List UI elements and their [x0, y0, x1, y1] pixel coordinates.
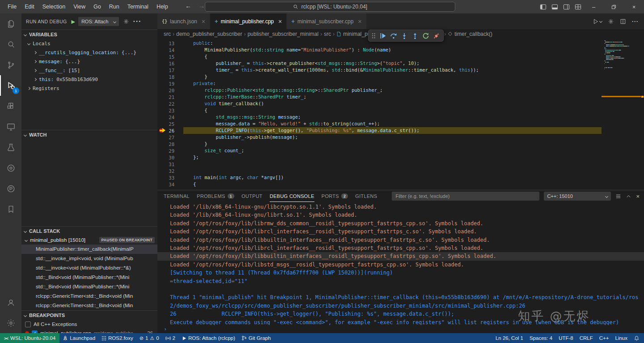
statusbar-remote-os[interactable]: Linux	[612, 333, 631, 343]
statusbar-encoding[interactable]: UTF-8	[555, 333, 576, 343]
explorer-icon[interactable]	[0, 13, 21, 34]
accounts-icon[interactable]	[0, 292, 21, 313]
variable-row[interactable]: __rcutils_logging_location:{...}	[21, 48, 157, 57]
line-number[interactable]: 14	[157, 47, 183, 53]
stack-frame[interactable]: std::_Bind<void (MinimalPublisher::*(Min…	[21, 273, 157, 282]
menu-edit[interactable]: Edit	[21, 0, 38, 13]
breadcrumb-item[interactable]: src	[324, 31, 331, 37]
run-file-button[interactable]	[593, 18, 602, 25]
panel-tab-output[interactable]: OUTPUT	[242, 190, 263, 202]
menu-file[interactable]: File	[4, 0, 21, 13]
line-number[interactable]: 17	[157, 67, 183, 73]
gear-icon[interactable]	[123, 18, 129, 25]
line-number[interactable]: 25	[157, 120, 183, 127]
step-over-button[interactable]	[390, 32, 397, 39]
restore-button[interactable]	[604, 0, 624, 13]
close-button[interactable]: ×	[624, 0, 644, 13]
statusbar-problems[interactable]: ⊘1⚠0	[136, 333, 162, 343]
forward-button[interactable]: →	[199, 2, 205, 9]
line-number[interactable]: 34	[157, 181, 183, 188]
platformio-icon[interactable]	[0, 178, 21, 199]
line-number[interactable]: 15	[157, 53, 183, 60]
menu-selection[interactable]: Selection	[38, 0, 69, 13]
restart-button[interactable]	[422, 32, 429, 39]
statusbar-language-mode[interactable]: C++	[596, 333, 612, 343]
extensions-icon[interactable]	[0, 96, 21, 116]
run-debug-icon[interactable]: 1	[0, 75, 21, 96]
breakpoints-section-header[interactable]: BREAKPOINTS	[21, 311, 157, 320]
debug-console-input[interactable]: ›	[157, 325, 644, 333]
statusbar-eol[interactable]: CRLF	[576, 333, 596, 343]
disconnect-button[interactable]	[433, 32, 440, 39]
tab-minimal_subscriber.cpp[interactable]: +minimal_subscriber.cpp×	[287, 13, 366, 29]
line-number[interactable]: 20	[157, 87, 183, 94]
statusbar-ros2-distro[interactable]: ROS2.foxy	[98, 333, 136, 343]
exception-breakpoint-row[interactable]: All C++ Exceptions	[21, 320, 157, 329]
line-number[interactable]: 31	[157, 161, 183, 167]
more-actions-button[interactable]: ···	[632, 18, 639, 25]
panel-tab-terminal[interactable]: TERMINAL	[164, 190, 190, 202]
stack-frame[interactable]: std::__invoke_impl<void, void (MinimalPu…	[21, 254, 157, 263]
back-button[interactable]: ←	[185, 2, 191, 9]
breadcrumb-item[interactable]: timer_callback()	[454, 31, 492, 37]
variable-row[interactable]: __func__:[15]	[21, 66, 157, 75]
tab-minimal_publisher.cpp[interactable]: +minimal_publisher.cpp×	[210, 13, 287, 29]
stack-frame[interactable]: std::_Bind<void (MinimalPublisher::*(Min…	[21, 282, 157, 292]
statusbar-debug-session[interactable]: ROS: Attach (rclcpp)	[178, 333, 238, 343]
console-options-icon[interactable]	[615, 193, 621, 199]
panel-tab-debug-console[interactable]: DEBUG CONSOLE	[270, 190, 314, 202]
line-number[interactable]: 33	[157, 174, 183, 181]
statusbar-launchpad[interactable]: Launchpad	[59, 333, 98, 343]
statusbar-forwarded-ports[interactable]: 2	[162, 333, 178, 343]
split-editor-button[interactable]	[620, 18, 626, 25]
variables-scope-row[interactable]: Locals	[21, 39, 157, 48]
statusbar-cursor-position[interactable]: Ln 26, Col 1	[492, 333, 526, 343]
line-number[interactable]: 30	[157, 154, 183, 161]
stack-frame[interactable]: rclcpp::GenericTimer<std::_Bind<void (Mi…	[21, 301, 157, 310]
code-editor[interactable]: 1314151617181920212223242526272829303132…	[157, 39, 644, 190]
registers-row[interactable]: Registers	[21, 84, 157, 93]
menu-view[interactable]: View	[69, 0, 89, 13]
tab-launch.json[interactable]: {}launch.json×	[157, 13, 210, 29]
drag-handle[interactable]	[372, 33, 376, 39]
customize-layout-icon[interactable]	[575, 4, 581, 10]
line-number[interactable]: 19	[157, 80, 183, 87]
line-number[interactable]: 28	[157, 141, 183, 147]
configure-icon[interactable]	[608, 18, 614, 25]
line-number[interactable]: 21	[157, 94, 183, 100]
step-into-button[interactable]	[401, 32, 408, 39]
panel-tab-problems[interactable]: PROBLEMS1	[197, 190, 234, 202]
line-number[interactable]: 13	[157, 40, 183, 47]
statusbar-git-graph[interactable]: Git Graph	[238, 333, 274, 343]
continue-button[interactable]	[379, 32, 386, 39]
command-center[interactable]: rclcpp [WSL: Ubuntu-20.04]	[205, 2, 455, 12]
stack-frame[interactable]: std::__invoke<void (MinimalPublisher::*&…	[21, 263, 157, 273]
remote-indicator[interactable]: >< WSL: Ubuntu-20.04	[0, 333, 59, 343]
exceptions-checkbox[interactable]	[25, 322, 31, 327]
debug-console-output[interactable]: Loaded '/lib/x86_64-linux-gnu/libcrypto.…	[157, 202, 644, 325]
bookmarks-icon[interactable]	[0, 199, 21, 219]
watch-section-header[interactable]: WATCH	[21, 130, 157, 139]
extension-circle-icon[interactable]	[0, 158, 21, 178]
start-debug-icon[interactable]: ▶	[71, 19, 75, 25]
line-number[interactable]: 29	[157, 147, 183, 154]
breadcrumb-item[interactable]: src	[164, 31, 171, 37]
menu-help[interactable]: Help	[153, 0, 172, 13]
toggle-panel-icon[interactable]	[551, 4, 558, 10]
close-icon[interactable]: ×	[358, 18, 361, 25]
testing-icon[interactable]	[0, 137, 21, 158]
debug-config-select[interactable]: ROS: Attach	[78, 17, 119, 26]
notifications-bell[interactable]	[631, 333, 644, 343]
debug-session-select[interactable]: C++: 15010	[544, 192, 611, 201]
breadcrumb-item[interactable]: publisher_subscriber_minimal	[247, 31, 318, 37]
maximize-panel-icon[interactable]	[626, 193, 631, 199]
step-out-button[interactable]	[411, 32, 419, 39]
statusbar-indentation[interactable]: Spaces: 4	[526, 333, 555, 343]
search-icon[interactable]	[0, 34, 21, 55]
menu-go[interactable]: Go	[89, 0, 105, 13]
line-number[interactable]: 24	[157, 114, 183, 120]
line-number[interactable]: 26	[157, 127, 183, 134]
close-panel-icon[interactable]: ×	[636, 193, 640, 200]
stack-frame[interactable]: rclcpp::GenericTimer<std::_Bind<void (Mi…	[21, 292, 157, 301]
variable-row[interactable]: this:0x55b8b163d690	[21, 75, 157, 84]
